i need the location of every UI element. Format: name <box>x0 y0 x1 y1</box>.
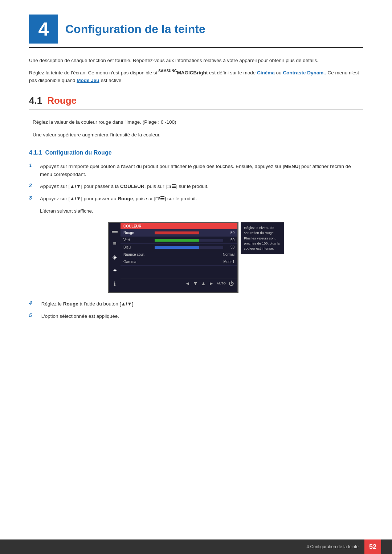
chapter-title: Configuration de la teinte <box>65 22 205 36</box>
footer-text: 4 Configuration de la teinte <box>307 544 359 549</box>
spacer-row-1 <box>121 266 237 272</box>
monitor-wrapper: ▬ ≡ ◈ ✦ ℹ COULEUR Rouge <box>108 222 284 293</box>
menu-bar-fill-vert <box>155 239 199 242</box>
btn-right-icon: ► <box>209 280 214 286</box>
step-1: 1 Appuyez sur n'importe quel bouton à l'… <box>29 163 363 178</box>
menu-bar-rouge <box>155 231 223 234</box>
monitor-screen: ▬ ≡ ◈ ✦ ℹ COULEUR Rouge <box>108 222 238 293</box>
step-text-4: Réglez le Rouge à l'aide du bouton [▲/▼]… <box>40 300 135 308</box>
subsection-4-1-1-header: 4.1.1 Configuration du Rouge <box>29 149 363 156</box>
footer-page-number: 52 <box>364 539 381 554</box>
magic-bright-label: MAGICBright <box>177 70 208 75</box>
section-title-rouge: Rouge <box>47 95 77 106</box>
step-text-3: Appuyez sur [▲/▼] pour passer au Rouge, … <box>40 195 197 203</box>
step-text-1: Appuyez sur n'importe quel bouton à l'av… <box>40 163 363 178</box>
menu-row-bleu: Bleu 50 <box>121 244 237 251</box>
samsung-magic-label: SAMSUNG <box>158 69 177 73</box>
menu-value-vert: 50 <box>225 238 234 242</box>
monitor-screenshot: ▬ ≡ ◈ ✦ ℹ COULEUR Rouge <box>29 222 363 293</box>
menu-content: COULEUR Rouge 50 Vert <box>121 223 237 292</box>
menu-header: COULEUR <box>121 223 237 229</box>
page-footer: 4 Configuration de la teinte 52 <box>0 539 392 554</box>
menu-value-rouge: 50 <box>225 231 234 235</box>
step-3: 3 Appuyez sur [▲/▼] pour passer au Rouge… <box>29 195 363 203</box>
mode-jeu-link: Mode Jeu <box>77 78 99 83</box>
menu-bar-bleu <box>155 246 223 249</box>
monitor-tooltip: Réglez le niveau de saturation du rouge.… <box>241 222 284 254</box>
subsection-title: 4.1.1 Configuration du Rouge <box>29 149 112 156</box>
intro-paragraph-2: Réglez la teinte de l'écran. Ce menu n'e… <box>29 68 363 85</box>
btn-auto-label: AUTO <box>217 282 226 285</box>
cinema-link: Cinéma <box>257 70 275 75</box>
step-number-2: 2 <box>29 182 36 188</box>
section-body-2: Une valeur supérieure augmentera l'inten… <box>33 131 363 139</box>
menu-bar-fill-bleu <box>155 246 199 249</box>
step-number-3: 3 <box>29 195 36 201</box>
menu-label-gamma: Gamma <box>123 260 152 264</box>
step-3-sub: L'écran suivant s'affiche. <box>40 207 363 215</box>
step-2: 2 Appuyez sur [▲/▼] pour passer à la COU… <box>29 182 363 190</box>
menu-label-nuance: Nuance coul. <box>123 253 152 257</box>
btn-down-icon: ▼ <box>193 280 198 286</box>
step-4: 4 Réglez le Rouge à l'aide du bouton [▲/… <box>29 300 363 308</box>
monitor-icon-4: ✦ <box>113 267 117 274</box>
page-container: 4 Configuration de la teinte Une descrip… <box>0 0 392 353</box>
menu-row-nuance: Nuance coul. Normal <box>121 251 237 258</box>
chapter-header: 4 Configuration de la teinte <box>29 15 363 48</box>
menu-label-rouge: Rouge <box>123 231 152 235</box>
steps-list: 1 Appuyez sur n'importe quel bouton à l'… <box>29 163 363 202</box>
menu-value-bleu: 50 <box>225 245 234 249</box>
btn-up-icon: ▲ <box>201 280 206 286</box>
menu-value-gamma: Mode1 <box>152 260 234 264</box>
monitor-icon-3: ◈ <box>113 254 117 260</box>
step-5: 5 L'option sélectionnée est appliquée. <box>29 312 363 320</box>
menu-label-vert: Vert <box>123 238 152 242</box>
step-text-2: Appuyez sur [▲/▼] pour passer à la COULE… <box>40 182 208 190</box>
section-body-1: Réglez la valeur de la couleur rouge dan… <box>33 118 363 127</box>
section-4-1-header: 4.1 Rouge <box>29 95 363 110</box>
step-text-5: L'option sélectionnée est appliquée. <box>40 312 119 320</box>
monitor-icon-1: ▬ <box>112 227 118 234</box>
monitor-icon-2: ≡ <box>113 241 116 247</box>
menu-bar-fill-rouge <box>155 231 199 234</box>
menu-label-bleu: Bleu <box>123 245 152 249</box>
btn-left-icon: ◄ <box>185 280 190 286</box>
monitor-bottom-bar: ◄ ▼ ▲ ► AUTO ⏻ <box>121 279 237 288</box>
spacer-row-2 <box>121 272 237 279</box>
menu-row-rouge: Rouge 50 <box>121 229 237 237</box>
step-number-4: 4 <box>29 300 36 306</box>
monitor-icons-panel: ▬ ≡ ◈ ✦ ℹ <box>109 223 121 292</box>
menu-row-gamma: Gamma Mode1 <box>121 258 237 266</box>
step-number-5: 5 <box>29 312 36 318</box>
btn-power-icon: ⏻ <box>229 280 234 286</box>
menu-bar-vert <box>155 239 223 242</box>
section-number: 4.1 <box>29 95 42 106</box>
menu-value-nuance: Normal <box>152 253 234 257</box>
menu-row-vert: Vert 50 <box>121 237 237 244</box>
contraste-link: Contraste Dynam.. <box>283 70 326 75</box>
chapter-number: 4 <box>29 15 58 44</box>
monitor-icon-5: ℹ <box>114 280 116 287</box>
step-number-1: 1 <box>29 163 36 168</box>
intro-paragraph-1: Une description de chaque fonction est f… <box>29 57 363 65</box>
